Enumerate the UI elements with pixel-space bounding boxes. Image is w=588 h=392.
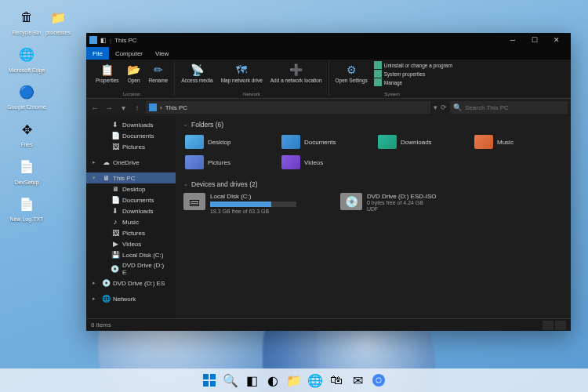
tab-view[interactable]: View	[149, 47, 175, 60]
folder-videos[interactable]: Videos	[280, 154, 370, 171]
ribbon-icon: 📂	[127, 63, 141, 77]
desktop-icon-google-chrome[interactable]: 🔵Google Chrome	[6, 81, 47, 111]
ribbon-properties[interactable]: 📋Properties	[93, 61, 122, 85]
ribbon-add-a-network-location[interactable]: ➕Add a network location	[267, 61, 325, 85]
ribbon-uninstall-or-change-a-program[interactable]: Uninstall or change a program	[374, 61, 452, 69]
status-bar: 8 items	[86, 318, 571, 331]
search-icon: 🔍	[453, 103, 462, 111]
ribbon-map-network-drive[interactable]: 🗺Map network drive	[218, 61, 266, 85]
ribbon-access-media[interactable]: 📡Access media	[178, 61, 216, 85]
drive-dvd-drive-d-esd-iso[interactable]: 💿DVD Drive (D:) ESD-ISO0 bytes free of 4…	[340, 193, 481, 215]
sidebar-icon: ⬇	[111, 121, 119, 129]
ribbon-system-properties[interactable]: System properties	[374, 70, 452, 78]
file-icon: 📄	[16, 193, 38, 215]
folder-icon	[281, 135, 300, 149]
sidebar-item-music[interactable]: ♪Music	[86, 216, 176, 227]
chrome-taskbar-icon[interactable]	[369, 371, 388, 390]
sidebar-icon: 📄	[111, 196, 119, 204]
explorer-taskbar-icon[interactable]: 📁	[285, 371, 303, 390]
ribbon-group-location: 📋Properties📂Open✏Rename Location	[89, 61, 175, 96]
folder-icon: 📁	[47, 6, 69, 28]
back-button[interactable]: ←	[89, 103, 100, 112]
ribbon-open-settings[interactable]: ⚙ Open Settings	[332, 61, 371, 86]
desktop-icons-column-1: 🗑Recycle Bin🌐Microsoft Edge🔵Google Chrom…	[6, 6, 47, 223]
sidebar-item-pictures[interactable]: 🖼Pictures	[86, 227, 176, 238]
ribbon-group-label: Location	[123, 92, 141, 96]
sidebar-item-dvd-drive-d-e[interactable]: 💿DVD Drive (D:) E	[86, 260, 176, 278]
minimize-button[interactable]: ─	[502, 33, 524, 47]
desktop-icon-new-log.txt[interactable]: 📄New Log.TXT	[6, 193, 47, 223]
sidebar-item-network[interactable]: ▸🌐Network	[86, 293, 176, 304]
folder-icon	[378, 135, 397, 149]
desktop-icon-microsoft-edge[interactable]: 🌐Microsoft Edge	[6, 44, 47, 74]
folders-section-header[interactable]: ⌄ Folders (6)	[183, 121, 563, 129]
ribbon-icon: ✏	[151, 63, 165, 77]
file-explorer-window: ◧ | This PC ─ ☐ ✕ FileComputerView 📋Prop…	[86, 33, 571, 331]
folder-downloads[interactable]: Downloads	[376, 133, 466, 151]
address-bar[interactable]: › This PC	[146, 101, 430, 114]
forward-button[interactable]: →	[103, 103, 114, 112]
ribbon-rename[interactable]: ✏Rename	[146, 61, 172, 85]
sidebar-icon: 📄	[111, 132, 119, 140]
mini-icon	[374, 70, 382, 78]
sidebar-icon: 🖼	[111, 143, 119, 151]
tiles-view-button[interactable]	[555, 321, 566, 330]
sidebar-item-onedrive[interactable]: ▸☁OneDrive	[86, 157, 176, 168]
folder-documents[interactable]: Documents	[280, 133, 370, 151]
mail-taskbar-icon[interactable]: ✉	[348, 371, 367, 390]
drive-local-disk-c-[interactable]: 🖴Local Disk (C:)18.3 GB free of 63.3 GB	[183, 193, 325, 215]
refresh-button[interactable]: ⟳	[441, 103, 447, 111]
drives-section-header[interactable]: ⌄ Devices and drives (2)	[183, 180, 563, 188]
qat-icon[interactable]: ◧	[100, 37, 107, 44]
file-icon: 📄	[16, 156, 38, 178]
sidebar-item-documents[interactable]: 📄Documents	[86, 194, 176, 205]
mini-icon	[374, 78, 382, 86]
desktop-icons-column-2: 📁processes	[38, 6, 78, 36]
recent-dropdown[interactable]: ▾	[118, 103, 129, 112]
folder-desktop[interactable]: Desktop	[183, 133, 274, 151]
sidebar-item-local-disk-c-[interactable]: 💾Local Disk (C:)	[86, 249, 176, 260]
taskview-button[interactable]: ◧	[242, 371, 261, 390]
maximize-button[interactable]: ☐	[524, 33, 546, 47]
up-button[interactable]: ↑	[132, 103, 143, 112]
edge-taskbar-icon[interactable]: 🌐	[306, 371, 325, 390]
sidebar-icon: 🖥	[102, 174, 110, 182]
sidebar-item-documents[interactable]: 📄Documents	[86, 130, 176, 141]
sidebar-item-pictures[interactable]: 🖼Pictures	[86, 141, 176, 152]
store-taskbar-icon[interactable]: 🛍	[327, 371, 346, 390]
folder-music[interactable]: Music	[473, 133, 563, 151]
tab-file[interactable]: File	[86, 47, 109, 60]
tab-computer[interactable]: Computer	[109, 47, 149, 60]
widgets-button[interactable]: ◐	[263, 371, 282, 390]
ribbon-group-label: System	[384, 92, 400, 96]
mini-icon	[374, 61, 382, 69]
sidebar-item-this-pc[interactable]: ▾🖥This PC	[86, 172, 176, 183]
capacity-bar	[210, 201, 296, 207]
details-view-button[interactable]	[543, 321, 554, 330]
ribbon-icon: 🗺	[234, 63, 249, 77]
sidebar-item-desktop[interactable]: 🖥Desktop	[86, 183, 176, 194]
sidebar-item-videos[interactable]: ▶Videos	[86, 238, 176, 249]
search-button[interactable]: 🔍	[221, 371, 240, 390]
sidebar-icon: 💾	[111, 251, 119, 259]
search-box[interactable]: 🔍	[450, 101, 568, 114]
sidebar-icon: 🖥	[111, 185, 119, 193]
ribbon-manage[interactable]: Manage	[374, 78, 452, 86]
sidebar-item-dvd-drive-d-es[interactable]: ▸💿DVD Drive (D:) ES	[86, 278, 176, 289]
desktop-icon-files[interactable]: ✥Files	[6, 118, 47, 148]
sidebar-icon: 🌐	[102, 295, 110, 303]
content-pane: ⌄ Folders (6) DesktopDocumentsDownloadsM…	[176, 116, 571, 318]
start-button[interactable]	[200, 371, 219, 390]
folder-pictures[interactable]: Pictures	[183, 154, 274, 171]
sidebar-item-downloads[interactable]: ⬇Downloads	[86, 205, 176, 216]
drive-icon: 🖴	[183, 193, 205, 210]
desktop-icon-devsetup[interactable]: 📄DevSetup	[6, 156, 47, 186]
close-button[interactable]: ✕	[546, 33, 568, 47]
ribbon-open[interactable]: 📂Open	[124, 61, 144, 85]
search-input[interactable]	[465, 104, 564, 111]
desktop-icon-processes[interactable]: 📁processes	[38, 6, 78, 36]
sidebar-item-downloads[interactable]: ⬇Downloads	[86, 119, 176, 130]
titlebar[interactable]: ◧ | This PC ─ ☐ ✕	[86, 33, 571, 47]
address-dropdown[interactable]: ▾	[434, 103, 437, 111]
navigation-pane: ⬇Downloads📄Documents🖼Pictures▸☁OneDrive▾…	[86, 116, 176, 318]
